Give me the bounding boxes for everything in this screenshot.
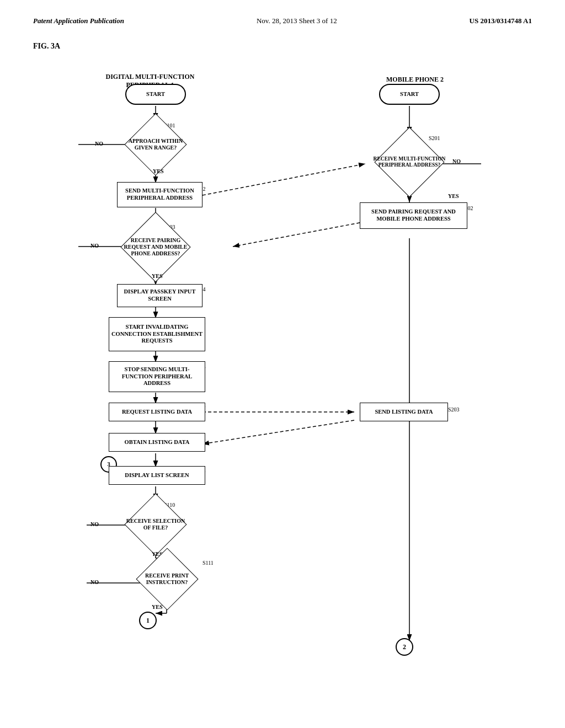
- display-passkey-shape: DISPLAY PASSKEY INPUT SCREEN: [117, 284, 202, 307]
- receive-pairing-wrapper: RECEIVE PAIRING REQUEST AND MOBILE PHONE…: [117, 221, 194, 273]
- circle1-shape: 1: [139, 612, 157, 629]
- no-pairing-label: NO: [90, 243, 99, 249]
- receive-selection-wrapper: RECEIVE SELECTION OF FILE?: [122, 499, 189, 550]
- yes-approach-label: YES: [153, 168, 163, 174]
- right-start-label: START: [400, 91, 419, 98]
- diagram-container: DIGITAL MULTI-FUNCTION PERIPHERAL 1 MOBI…: [45, 56, 520, 696]
- receive-mfp-wrapper: RECEIVE MULTI-FUNCTION PERIPHERAL ADDRES…: [371, 132, 448, 192]
- stop-sending-shape: STOP SENDING MULTI- FUNCTION PERIPHERAL …: [109, 361, 205, 392]
- page: Patent Application Publication Nov. 28, …: [0, 0, 565, 728]
- no-print-label: NO: [90, 579, 99, 585]
- left-start-shape: START: [125, 84, 186, 105]
- send-mfp-addr-label: SEND MULTI-FUNCTION PERIPHERAL ADDRESS: [118, 188, 202, 201]
- request-listing-label: REQUEST LISTING DATA: [122, 409, 192, 416]
- send-pairing-label: SEND PAIRING REQUEST AND MOBILE PHONE AD…: [360, 208, 467, 222]
- receive-print-text: RECEIVE PRINT INSTRUCTION?: [127, 572, 207, 586]
- no-selection-label: NO: [90, 521, 99, 527]
- right-start-shape: START: [379, 84, 440, 105]
- obtain-listing-label: OBTAIN LISTING DATA: [125, 439, 190, 446]
- header-right: US 2013/0314748 A1: [470, 17, 532, 25]
- col-header-right: MOBILE PHONE 2: [371, 76, 459, 84]
- yes-print-label: YES: [152, 604, 162, 610]
- fig-label: FIG. 3A: [33, 42, 532, 51]
- send-pairing-shape: SEND PAIRING REQUEST AND MOBILE PHONE AD…: [360, 202, 467, 229]
- receive-print-wrapper: RECEIVE PRINT INSTRUCTION?: [127, 556, 207, 602]
- display-list-shape: DISPLAY LIST SCREEN: [109, 466, 205, 485]
- receive-mfp-text: RECEIVE MULTI-FUNCTION PERIPHERAL ADDRES…: [371, 156, 448, 169]
- header-left: Patent Application Publication: [33, 17, 124, 25]
- circle1-label: 1: [146, 617, 150, 624]
- page-header: Patent Application Publication Nov. 28, …: [33, 17, 532, 25]
- circle2-shape: 2: [396, 638, 413, 656]
- display-list-label: DISPLAY LIST SCREEN: [125, 472, 189, 479]
- left-start-label: START: [146, 91, 165, 98]
- approach-text: APPROACH WITHIN GIVEN RANGE?: [124, 138, 188, 151]
- no-receive-mfp-label: NO: [452, 158, 461, 164]
- yes-receive-mfp-label: YES: [448, 193, 459, 199]
- no-approach-label: NO: [95, 141, 103, 147]
- approach-diamond-wrapper: APPROACH WITHIN GIVEN RANGE?: [124, 121, 188, 168]
- yes-pairing-label: YES: [152, 273, 162, 279]
- receive-pairing-text: RECEIVE PAIRING REQUEST AND MOBILE PHONE…: [117, 237, 194, 257]
- circle2-label: 2: [403, 643, 406, 651]
- start-invalidating-label: START INVALIDATING CONNECTION ESTABLISHM…: [109, 324, 205, 345]
- stop-sending-label: STOP SENDING MULTI- FUNCTION PERIPHERAL …: [109, 366, 205, 387]
- s203-label: S203: [448, 406, 460, 413]
- send-listing-label: SEND LISTING DATA: [375, 409, 433, 416]
- send-mfp-addr-shape: SEND MULTI-FUNCTION PERIPHERAL ADDRESS: [117, 182, 202, 207]
- svg-line-23: [233, 222, 365, 247]
- header-center: Nov. 28, 2013 Sheet 3 of 12: [257, 17, 337, 25]
- obtain-listing-shape: OBTAIN LISTING DATA: [109, 433, 205, 452]
- receive-selection-text: RECEIVE SELECTION OF FILE?: [122, 518, 189, 531]
- svg-line-24: [202, 164, 365, 195]
- display-passkey-label: DISPLAY PASSKEY INPUT SCREEN: [118, 288, 202, 302]
- request-listing-shape: REQUEST LISTING DATA: [109, 403, 205, 421]
- send-listing-shape: SEND LISTING DATA: [360, 403, 448, 421]
- start-invalidating-shape: START INVALIDATING CONNECTION ESTABLISHM…: [109, 317, 205, 351]
- svg-line-26: [202, 420, 354, 444]
